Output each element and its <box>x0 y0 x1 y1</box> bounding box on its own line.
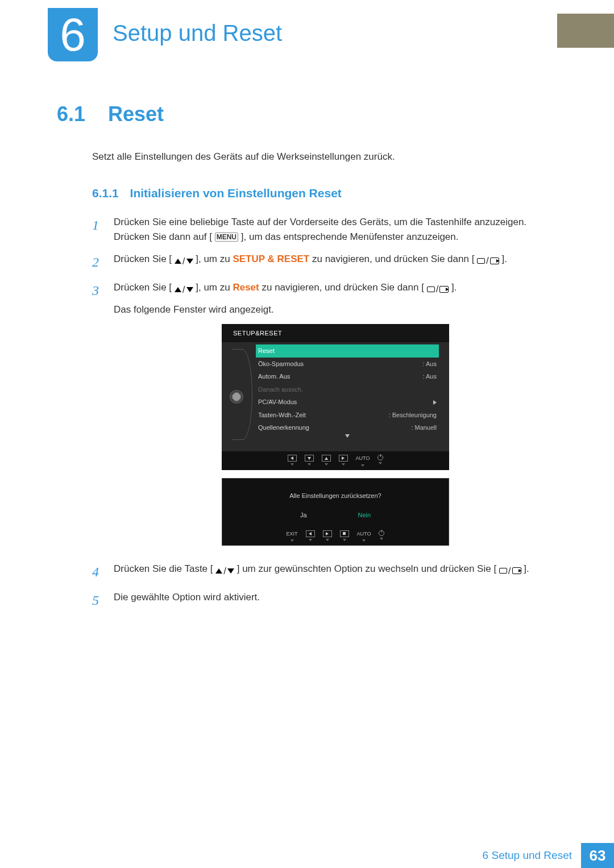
osd-screenshots: SETUP&RESET Reset Öko-SparmodusAus Autom… <box>114 324 557 546</box>
page-content: 6.1 Reset Setzt alle Einstellungen des G… <box>57 102 557 618</box>
step-text: ], um zu <box>196 254 233 264</box>
menu-icon: MENU <box>215 232 238 242</box>
step-5: 5 Die gewählte Option wird aktiviert. <box>92 590 557 610</box>
osd-hint-left <box>288 455 297 467</box>
step-text: ] um zur gewünschten Option zu wechseln … <box>237 563 496 574</box>
highlight-text: Reset <box>233 282 259 293</box>
step-body: Drücken Sie [ / ], um zu SETUP & RESET z… <box>114 252 557 272</box>
section-title: Reset <box>108 102 164 126</box>
power-icon <box>377 455 383 460</box>
osd-hint-down <box>305 455 314 467</box>
step-text: ], um das entsprechende Menüfenster anzu… <box>241 231 459 242</box>
subsection-number: 6.1.1 <box>92 186 119 200</box>
chapter-title: Setup und Reset <box>113 20 282 46</box>
step-text: Drücken Sie [ <box>114 282 172 293</box>
osd-hint-auto: AUTO <box>357 530 371 542</box>
step-1: 1 Drücken Sie eine beliebige Taste auf d… <box>92 215 557 244</box>
step-text: Drücken Sie die Taste [ <box>114 563 213 574</box>
step-number: 2 <box>92 252 102 272</box>
step-body: Die gewählte Option wird aktiviert. <box>114 590 557 610</box>
subsection-heading: 6.1.1 Initialisieren von Einstellungen R… <box>92 186 557 200</box>
osd-hint-ok <box>340 530 349 542</box>
section-number: 6.1 <box>57 102 85 126</box>
osd-confirm-dialog: Alle Einstellungen zurücksetzen? Ja Nein… <box>222 478 449 546</box>
osd-confirm-no: Nein <box>358 510 371 520</box>
step-body: Drücken Sie eine beliebige Taste auf der… <box>114 215 557 244</box>
step-number: 1 <box>92 215 102 244</box>
osd-hint-auto: AUTO <box>356 455 370 467</box>
step-body: Drücken Sie [ / ], um zu Reset zu navigi… <box>114 280 557 554</box>
section-intro: Setzt alle Einstellungen des Geräts auf … <box>92 151 557 163</box>
osd-hint-left <box>306 530 315 542</box>
step-3: 3 Drücken Sie [ / ], um zu Reset zu navi… <box>92 280 557 554</box>
osd-hint-power <box>377 455 383 467</box>
osd-row-keyrepeat: Tasten-Wdh.-ZeitBeschleunigung <box>256 409 439 422</box>
subsection-title: Initialisieren von Einstellungen Reset <box>130 186 342 200</box>
page-footer: 6 Setup und Reset 63 <box>0 843 614 868</box>
step-number: 5 <box>92 590 102 610</box>
step-text: Drücken Sie [ <box>114 254 172 264</box>
osd-button-bar: AUTO <box>222 451 449 470</box>
osd-row-auto-off: Autom. AusAus <box>256 370 439 383</box>
osd-hint-exit: EXIT <box>287 530 298 542</box>
up-down-icon: / <box>175 254 193 269</box>
step-text: ]. <box>451 282 457 293</box>
osd-confirm-yes: Ja <box>300 510 307 520</box>
step-number: 4 <box>92 562 102 582</box>
step-text: zu navigieren, und drücken Sie dann [ <box>312 254 474 264</box>
footer-page-number: 63 <box>581 843 614 868</box>
osd-row-pcav: PC/AV-Modus <box>256 396 439 409</box>
osd-row-reset: Reset <box>256 344 439 358</box>
osd-title: SETUP&RESET <box>222 324 449 343</box>
osd-hint-power <box>379 530 384 542</box>
step-text: Drücken Sie eine beliebige Taste auf der… <box>114 217 526 227</box>
step-body: Drücken Sie die Taste [ / ] um zur gewün… <box>114 562 557 582</box>
osd-row-after-off: Danach aussch. <box>256 383 439 396</box>
chapter-badge: 6 <box>48 8 98 61</box>
arrow-down-icon <box>345 434 350 445</box>
step-4: 4 Drücken Sie die Taste [ / ] um zur gew… <box>92 562 557 582</box>
step-text: Drücken Sie dann auf [ <box>114 231 212 242</box>
up-down-icon: / <box>215 564 234 579</box>
osd-row-eco: Öko-SparmodusAus <box>256 358 439 371</box>
step-text: ]. <box>524 563 529 574</box>
osd-sidebar <box>222 342 251 451</box>
step-text: zu navigieren, und drücken Sie dann [ <box>262 282 424 293</box>
osd-hint-right <box>323 530 332 542</box>
arrow-right-icon <box>433 400 437 405</box>
section-heading: 6.1 Reset <box>57 102 557 126</box>
source-enter-icon: / <box>477 254 499 268</box>
step-text: ]. <box>502 254 507 264</box>
highlight-text: SETUP & RESET <box>233 254 309 264</box>
steps-list: 1 Drücken Sie eine beliebige Taste auf d… <box>92 215 557 610</box>
osd-menu-setup-reset: SETUP&RESET Reset Öko-SparmodusAus Autom… <box>222 324 449 470</box>
osd-button-bar: EXIT AUTO <box>222 527 449 546</box>
source-enter-icon: / <box>427 282 449 297</box>
step-text: Das folgende Fenster wird angezeigt. <box>114 304 274 315</box>
source-enter-icon: / <box>499 564 521 579</box>
header-accent <box>557 14 614 48</box>
footer-chapter-label: 6 Setup und Reset <box>483 843 581 868</box>
osd-menu-list: Reset Öko-SparmodusAus Autom. AusAus Dan… <box>251 342 449 451</box>
step-2: 2 Drücken Sie [ / ], um zu SETUP & RESET… <box>92 252 557 272</box>
step-text: ], um zu <box>196 282 233 293</box>
gear-icon <box>231 391 242 402</box>
osd-confirm-question: Alle Einstellungen zurücksetzen? <box>222 491 449 501</box>
osd-row-source-detect: QuellenerkennungManuell <box>256 421 439 434</box>
step-number: 3 <box>92 280 102 554</box>
up-down-icon: / <box>175 283 193 297</box>
power-icon <box>379 530 384 536</box>
chapter-number: 6 <box>60 11 86 58</box>
osd-hint-right <box>339 455 348 467</box>
osd-hint-up <box>322 455 331 467</box>
step-text: Die gewählte Option wird aktiviert. <box>114 592 260 603</box>
